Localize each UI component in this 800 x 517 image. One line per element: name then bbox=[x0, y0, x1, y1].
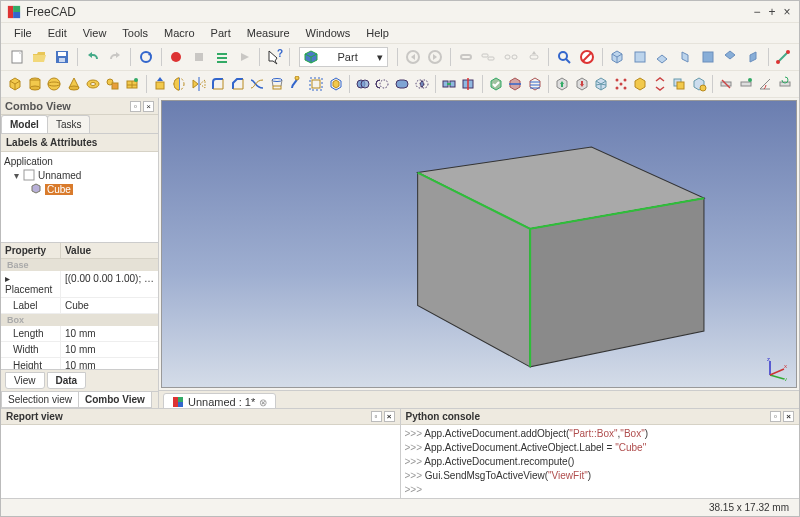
extrude-icon[interactable] bbox=[152, 74, 169, 94]
mirror-icon[interactable] bbox=[191, 74, 208, 94]
panel-close-icon[interactable]: × bbox=[384, 411, 395, 422]
part-cylinder-icon[interactable] bbox=[27, 74, 44, 94]
nav-back-icon[interactable] bbox=[403, 47, 423, 67]
tab-data[interactable]: Data bbox=[47, 372, 87, 389]
close-button[interactable]: × bbox=[781, 6, 793, 18]
view-rear-icon[interactable] bbox=[698, 47, 718, 67]
tree-view[interactable]: Application ▾ Unnamed Cube bbox=[1, 152, 158, 242]
menu-edit[interactable]: Edit bbox=[41, 25, 74, 41]
menu-measure[interactable]: Measure bbox=[240, 25, 297, 41]
save-icon[interactable] bbox=[52, 47, 72, 67]
link-group-icon[interactable] bbox=[479, 47, 499, 67]
refine-shape-icon[interactable] bbox=[691, 74, 708, 94]
panel-float-icon[interactable]: ▫ bbox=[130, 101, 141, 112]
prop-placement[interactable]: ▸ Placement[(0.00 0.00 1.00); 0 °; (… bbox=[1, 271, 158, 298]
whatsthis-icon[interactable]: ? bbox=[265, 47, 285, 67]
offset3d-icon[interactable] bbox=[308, 74, 325, 94]
prop-length[interactable]: Length10 mm bbox=[1, 326, 158, 342]
bool-common-icon[interactable] bbox=[413, 74, 430, 94]
view-bottom-icon[interactable] bbox=[720, 47, 740, 67]
tab-model[interactable]: Model bbox=[1, 115, 48, 133]
menu-file[interactable]: File bbox=[7, 25, 39, 41]
menu-tools[interactable]: Tools bbox=[115, 25, 155, 41]
check-geometry-icon[interactable] bbox=[488, 74, 505, 94]
bool-fuse-icon[interactable] bbox=[394, 74, 411, 94]
link-unlink-icon[interactable] bbox=[501, 47, 521, 67]
ruled-surface-icon[interactable] bbox=[249, 74, 266, 94]
measure-toggle-icon[interactable] bbox=[738, 74, 755, 94]
part-torus-icon[interactable] bbox=[85, 74, 102, 94]
tree-doc-label[interactable]: Unnamed bbox=[38, 170, 81, 181]
refresh-icon[interactable] bbox=[136, 47, 156, 67]
fillet-icon[interactable] bbox=[210, 74, 227, 94]
prop-height[interactable]: Height10 mm bbox=[1, 358, 158, 369]
view-front-icon[interactable] bbox=[630, 47, 650, 67]
workbench-selector[interactable]: Part ▾ bbox=[299, 47, 387, 67]
macro-stop-icon[interactable] bbox=[189, 47, 209, 67]
simple-copy-icon[interactable] bbox=[671, 74, 688, 94]
tab-tasks[interactable]: Tasks bbox=[47, 115, 91, 133]
macro-list-icon[interactable] bbox=[212, 47, 232, 67]
python-console-content[interactable]: >>> App.ActiveDocument.addObject("Part::… bbox=[401, 425, 800, 498]
panel-close-icon[interactable]: × bbox=[143, 101, 154, 112]
menu-view[interactable]: View bbox=[76, 25, 114, 41]
tree-twisty-icon[interactable]: ▾ bbox=[12, 170, 20, 181]
panel-float-icon[interactable]: ▫ bbox=[371, 411, 382, 422]
maximize-button[interactable]: + bbox=[766, 6, 778, 18]
part-sphere-icon[interactable] bbox=[46, 74, 63, 94]
import-cad-icon[interactable] bbox=[554, 74, 571, 94]
tree-item-cube[interactable]: Cube bbox=[4, 182, 155, 196]
panel-float-icon[interactable]: ▫ bbox=[770, 411, 781, 422]
macro-record-icon[interactable] bbox=[167, 47, 187, 67]
close-tab-icon[interactable]: ⊗ bbox=[259, 397, 267, 408]
prop-width[interactable]: Width10 mm bbox=[1, 342, 158, 358]
fit-all-icon[interactable] bbox=[554, 47, 574, 67]
menu-part[interactable]: Part bbox=[204, 25, 238, 41]
convert-to-solid-icon[interactable] bbox=[632, 74, 649, 94]
macro-play-icon[interactable] bbox=[234, 47, 254, 67]
section-icon[interactable] bbox=[507, 74, 524, 94]
shape-from-mesh-icon[interactable] bbox=[593, 74, 610, 94]
new-file-icon[interactable] bbox=[7, 47, 27, 67]
menu-windows[interactable]: Windows bbox=[299, 25, 358, 41]
tab-view[interactable]: View bbox=[5, 372, 45, 389]
join-connect-icon[interactable] bbox=[441, 74, 458, 94]
link-import-icon[interactable] bbox=[524, 47, 544, 67]
measure-linear-icon[interactable] bbox=[774, 47, 794, 67]
report-view-content[interactable] bbox=[1, 425, 400, 498]
bool-cut-icon[interactable] bbox=[374, 74, 391, 94]
tab-combo-view[interactable]: Combo View bbox=[78, 392, 152, 408]
panel-close-icon[interactable]: × bbox=[783, 411, 794, 422]
redo-icon[interactable] bbox=[105, 47, 125, 67]
nav-fwd-icon[interactable] bbox=[425, 47, 445, 67]
split-icon[interactable] bbox=[460, 74, 477, 94]
loft-icon[interactable] bbox=[269, 74, 286, 94]
part-primitives-icon[interactable] bbox=[105, 74, 122, 94]
menu-help[interactable]: Help bbox=[359, 25, 396, 41]
part-builder-icon[interactable] bbox=[124, 74, 141, 94]
measure-refresh-icon[interactable] bbox=[777, 74, 794, 94]
cross-sections-icon[interactable] bbox=[527, 74, 544, 94]
view-top-icon[interactable] bbox=[653, 47, 673, 67]
undo-icon[interactable] bbox=[83, 47, 103, 67]
minimize-button[interactable]: − bbox=[751, 6, 763, 18]
export-cad-icon[interactable] bbox=[573, 74, 590, 94]
thickness-icon[interactable] bbox=[327, 74, 344, 94]
link-make-icon[interactable] bbox=[456, 47, 476, 67]
3d-viewport[interactable]: zyx bbox=[161, 100, 797, 388]
points-from-mesh-icon[interactable] bbox=[613, 74, 630, 94]
measure-clear-icon[interactable] bbox=[718, 74, 735, 94]
open-file-icon[interactable] bbox=[30, 47, 50, 67]
bool-compound-icon[interactable] bbox=[355, 74, 372, 94]
draw-style-icon[interactable] bbox=[577, 47, 597, 67]
reverse-shapes-icon[interactable] bbox=[652, 74, 669, 94]
revolve-icon[interactable] bbox=[171, 74, 188, 94]
prop-label[interactable]: LabelCube bbox=[1, 298, 158, 314]
view-iso-icon[interactable] bbox=[607, 47, 627, 67]
measure-angular-icon[interactable] bbox=[757, 74, 774, 94]
view-left-icon[interactable] bbox=[743, 47, 763, 67]
sweep-icon[interactable] bbox=[288, 74, 305, 94]
view-right-icon[interactable] bbox=[675, 47, 695, 67]
menu-macro[interactable]: Macro bbox=[157, 25, 202, 41]
part-box-icon[interactable] bbox=[7, 74, 24, 94]
